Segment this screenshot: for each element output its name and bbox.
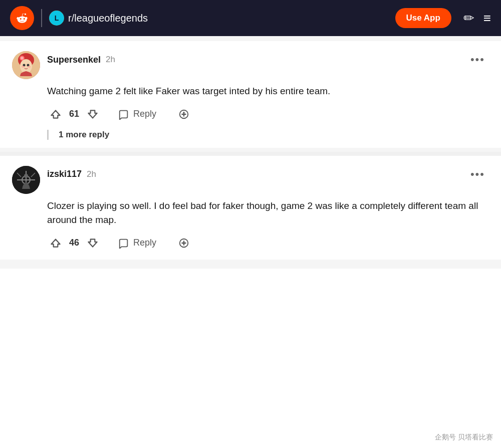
vote-count-2: 46 (69, 238, 79, 248)
comment-meta-left-2: izski117 2h (47, 169, 96, 179)
reddit-logo (10, 6, 34, 30)
comment-meta-left: Supersenkel 2h (47, 55, 115, 65)
more-replies-text[interactable]: 1 more reply (59, 130, 109, 139)
downvote-icon-2 (86, 237, 99, 250)
comment-card: Supersenkel 2h ••• Watching game 2 felt … (0, 41, 501, 148)
comment-separator (0, 152, 501, 156)
watermark: 企鹅号 贝塔看比赛 (432, 432, 496, 443)
more-replies-section: 1 more reply (47, 130, 489, 140)
content-area: Supersenkel 2h ••• Watching game 2 felt … (0, 36, 501, 269)
header-divider (41, 9, 42, 27)
svg-point-10 (22, 66, 25, 68)
more-options-button-2[interactable]: ••• (466, 166, 489, 183)
comment-card-2: izski117 2h ••• Clozer is playing so wel… (0, 156, 501, 260)
edit-icon[interactable]: ✏ (463, 11, 474, 26)
app-header: L r/leagueoflegends Use App ✏ ≡ (0, 0, 501, 36)
upvote-icon-2 (49, 237, 62, 250)
lol-icon: L (49, 11, 64, 26)
reply-button[interactable]: Reply (113, 106, 161, 123)
upvote-icon (49, 108, 62, 121)
username-2: izski117 (47, 169, 82, 179)
vote-controls: 61 (47, 106, 101, 123)
comment-body: Watching game 2 felt like Faker was targ… (47, 84, 489, 99)
award-button-2[interactable] (173, 235, 194, 252)
avatar-image (12, 51, 40, 79)
comment-body-2: Clozer is playing so well. I do feel bad… (47, 199, 489, 228)
subreddit-info: L r/leagueoflegends (49, 11, 388, 26)
avatar-2 (12, 166, 40, 194)
menu-icon[interactable]: ≡ (483, 11, 491, 26)
reply-button-2[interactable]: Reply (113, 235, 161, 252)
reddit-icon (14, 10, 30, 26)
use-app-button[interactable]: Use App (395, 8, 451, 28)
reply-icon-2 (118, 238, 129, 249)
award-button[interactable] (173, 106, 194, 123)
downvote-button[interactable] (84, 106, 101, 123)
header-icons: ✏ ≡ (463, 11, 491, 26)
award-icon-2 (178, 238, 189, 249)
comment-meta: Supersenkel 2h ••• (47, 51, 489, 68)
vote-count: 61 (69, 109, 79, 119)
comment-meta-2: izski117 2h ••• (47, 166, 489, 183)
vote-controls-2: 46 (47, 235, 101, 252)
downvote-icon (86, 108, 99, 121)
timestamp-2: 2h (87, 169, 96, 179)
avatar (12, 51, 40, 79)
reply-label: Reply (133, 109, 156, 119)
comment-actions-2: 46 Reply (47, 235, 489, 252)
comment-header: Supersenkel 2h ••• (12, 51, 489, 79)
reply-label-2: Reply (133, 238, 156, 248)
comment-header-2: izski117 2h ••• (12, 166, 489, 194)
avatar-2-image (12, 166, 40, 194)
svg-point-20 (24, 174, 28, 178)
svg-point-11 (28, 66, 31, 68)
upvote-button-2[interactable] (47, 235, 64, 252)
comment-actions: 61 Reply (47, 106, 489, 123)
username: Supersenkel (47, 55, 101, 65)
svg-point-6 (21, 57, 24, 60)
timestamp: 2h (106, 55, 115, 65)
league-icon: L (49, 11, 64, 26)
reply-icon (118, 109, 129, 120)
downvote-button-2[interactable] (84, 235, 101, 252)
award-icon (178, 109, 189, 120)
more-options-button[interactable]: ••• (466, 51, 489, 68)
subreddit-name: r/leagueoflegends (68, 13, 148, 24)
svg-text:L: L (55, 14, 59, 22)
upvote-button[interactable] (47, 106, 64, 123)
comment-section: Supersenkel 2h ••• Watching game 2 felt … (0, 36, 501, 269)
